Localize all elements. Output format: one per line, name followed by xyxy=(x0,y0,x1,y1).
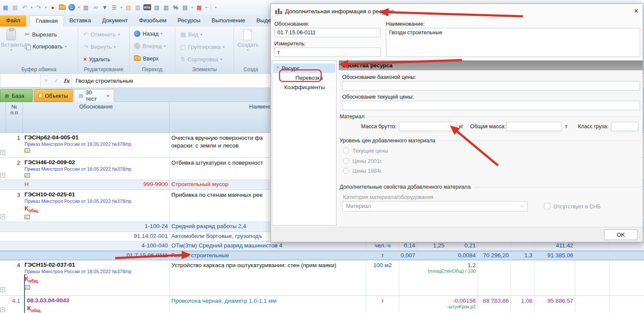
percent-icon[interactable]: % xyxy=(171,3,180,12)
expand-icon[interactable]: + xyxy=(0,287,5,292)
save-icon[interactable]: ▤ xyxy=(10,3,20,12)
table-row[interactable]: + 4 ГЭСН15-02-037-01Приказ Минстроя Росс… xyxy=(0,260,644,296)
category-label: Категория материала/оборудования xyxy=(343,194,433,200)
filter-icon[interactable]: ▼ xyxy=(100,3,109,12)
radio-prices-1984-label: Цены 1984г. xyxy=(352,168,383,174)
absent-in-snb-checkbox[interactable] xyxy=(544,203,550,209)
grouping-button[interactable]: ▢Группировка▾ xyxy=(180,43,225,50)
cancel-icon[interactable]: × xyxy=(41,74,51,87)
radio-prices-2001-label: Цены 2001г. xyxy=(352,158,383,164)
doc-refresh-icon[interactable]: ▤ xyxy=(133,3,143,12)
expand-icon[interactable]: + xyxy=(0,173,5,178)
folder-icon xyxy=(39,94,42,98)
undo-caret-icon[interactable]: ▾ xyxy=(29,3,34,12)
tree-item-coefficients[interactable]: Коэффициенты xyxy=(273,82,335,92)
fx-icon[interactable]: fx xyxy=(61,74,72,87)
create-button[interactable]: Создать▾ xyxy=(237,29,258,52)
redo-button[interactable]: ↷Вернуть▾ xyxy=(83,43,115,50)
name-box[interactable] xyxy=(0,74,41,87)
tab-database[interactable]: ▦База xyxy=(0,89,33,102)
close-tab-icon[interactable]: × xyxy=(106,93,109,99)
doc-image-icon[interactable]: ▥ xyxy=(161,3,171,12)
layout-caret-icon[interactable]: ▾ xyxy=(119,3,124,12)
precision-icon[interactable]: .00 xyxy=(91,3,100,12)
back-icon[interactable]: ← xyxy=(68,4,75,11)
delete-button[interactable]: ×Удалить xyxy=(83,56,110,63)
resource-info-dialog: Дополнительная информация о ресурсе × Об… xyxy=(270,3,643,242)
tab-objects[interactable]: Объекты xyxy=(34,89,73,102)
justification-field[interactable]: 01.7.15.06-0111 xyxy=(274,28,381,37)
folder-open-icon[interactable] xyxy=(58,3,67,12)
cells-caret-icon[interactable]: ▾ xyxy=(190,3,194,12)
resource-row[interactable]: 4-100-040 ОТм(Зтм) Средний разряд машини… xyxy=(0,241,644,251)
order-link[interactable]: Приказ Минстроя России от 18.05.2022 №37… xyxy=(24,141,169,147)
undo-button[interactable]: ↶Отменить▾ xyxy=(83,31,120,38)
chevron-down-icon[interactable]: > xyxy=(276,66,280,70)
coefficient-label: Кобщ. xyxy=(24,204,169,213)
expand-icon[interactable]: + xyxy=(0,150,5,155)
category-dropdown[interactable]: Материал> xyxy=(342,201,528,211)
tab-resources[interactable]: Ресурсы xyxy=(172,15,206,27)
undo-icon[interactable]: ↶ xyxy=(20,3,29,12)
unit-field[interactable]: т xyxy=(274,48,381,57)
view-button[interactable]: ▦Вид▾ xyxy=(180,31,202,38)
tab-insert[interactable]: Вставка xyxy=(64,15,97,27)
redo-caret-icon[interactable]: ▾ xyxy=(43,3,48,12)
gross-mass-field[interactable] xyxy=(399,122,457,131)
dialog-title-bar[interactable]: Дополнительная информация о ресурсе × xyxy=(271,4,643,18)
back-caret-icon[interactable]: ▾ xyxy=(76,3,81,12)
radio-current-prices[interactable] xyxy=(343,147,349,153)
base-price-field[interactable] xyxy=(342,81,640,90)
delete-icon: × xyxy=(83,56,87,63)
order-link[interactable]: Приказ Минстроя России от 18.05.2022 №37… xyxy=(24,268,169,274)
selected-resource-row[interactable]: 01.7.15.06-0111 Гвозди строительные т 0,… xyxy=(0,251,644,260)
rtk-icon[interactable]: RTK xyxy=(143,4,151,10)
confirm-icon[interactable]: ✓ xyxy=(51,74,61,87)
copy-button[interactable]: Копировать▾ xyxy=(25,43,67,50)
name-field[interactable]: Гвозди строительные xyxy=(386,28,640,57)
tree-item-resource[interactable]: >Ресурс xyxy=(273,63,335,73)
note-icon[interactable] xyxy=(24,148,30,153)
order-link[interactable]: Приказ Минстроя России от 18.05.2022 №37… xyxy=(24,166,169,172)
layout-icon[interactable]: ☰ xyxy=(109,3,119,12)
up-button[interactable]: Вверх xyxy=(134,55,158,62)
redo-icon[interactable]: ↷ xyxy=(34,3,43,12)
note-icon[interactable] xyxy=(24,173,30,178)
pin-icon[interactable]: ● xyxy=(48,3,58,12)
table-add-icon[interactable]: ▦ xyxy=(194,3,204,12)
toolbar-overflow-icon[interactable]: ▾ xyxy=(213,3,218,12)
forward-button[interactable]: →Вперед▾ xyxy=(134,43,166,49)
header-num[interactable]: №п.п xyxy=(6,102,23,132)
cells-icon[interactable]: ▤ xyxy=(180,3,190,12)
radio-prices-2001[interactable] xyxy=(343,158,349,164)
resource-properties-panel: Свойства ресурса Обоснование базисной це… xyxy=(339,60,643,227)
note-icon[interactable] xyxy=(24,215,30,219)
absent-in-snb-label: Отсутствует в СНБ xyxy=(553,204,601,210)
cargo-class-field[interactable] xyxy=(611,122,638,131)
tab-file[interactable]: Файл xyxy=(0,15,26,27)
expand-icon[interactable]: + xyxy=(0,307,5,312)
tab-document[interactable]: Документ xyxy=(97,15,134,27)
radio-prices-1984[interactable] xyxy=(343,168,349,174)
tab-physvolume[interactable]: Физобъем xyxy=(134,15,172,27)
tree-item-transport[interactable]: Перевозка xyxy=(273,73,335,82)
cut-button[interactable]: ✂Вырезать xyxy=(25,31,57,38)
paste-button[interactable]: Вставить▾ xyxy=(1,29,21,52)
tab-execution[interactable]: Выполнение xyxy=(206,15,251,27)
linked-resource-row[interactable]: + 4.1 08.3.03.04-0043Кобщ. Проволока чер… xyxy=(0,296,644,313)
order-link[interactable]: Приказ Минстроя России от 18.05.2022 №37… xyxy=(24,198,169,204)
expand-icon[interactable]: + xyxy=(0,214,5,219)
tab-estimate-doc[interactable]: ▤30 тест× xyxy=(74,89,114,102)
header-justification[interactable]: Обоснование xyxy=(23,102,170,132)
back-button[interactable]: ←Назад▾ xyxy=(134,30,162,37)
close-icon[interactable]: × xyxy=(634,7,638,15)
sorting-button[interactable]: ⇅Сортировка▾ xyxy=(180,56,222,63)
doc-lines-icon[interactable]: ▤ xyxy=(152,3,161,12)
doc-edit-icon[interactable]: ▤ xyxy=(124,3,133,12)
table-caret-icon[interactable]: ▾ xyxy=(204,3,209,12)
total-mass-field[interactable] xyxy=(506,122,562,131)
ok-button[interactable]: OK xyxy=(604,229,638,240)
tab-home[interactable]: Главная xyxy=(30,15,64,27)
print-preview-icon[interactable]: ▥ xyxy=(81,3,91,12)
current-price-field[interactable] xyxy=(342,101,640,110)
